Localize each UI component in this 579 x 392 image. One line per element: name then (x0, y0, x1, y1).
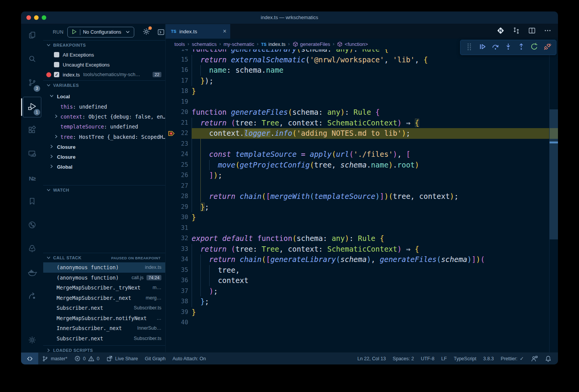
breakpoint-checkbox[interactable]: ✓ (54, 72, 59, 77)
step-into-button[interactable] (502, 41, 515, 54)
activity-remote-explorer[interactable] (21, 143, 43, 166)
frame-name: Subscriber.next (57, 335, 103, 342)
status-prettier[interactable]: Prettier:✓ (497, 353, 527, 364)
breadcrumb-separator: › (288, 41, 290, 47)
call-stack-frame[interactable]: InnerSubscriber._nextInnerSub… (43, 323, 165, 333)
close-tab-button[interactable]: × (223, 28, 226, 34)
configure-launch-button[interactable] (142, 28, 150, 37)
breakpoint-path: tools/schematics/my-sch… (83, 72, 140, 77)
open-changes-button[interactable] (512, 26, 520, 36)
status-remote-indicator[interactable] (21, 353, 38, 364)
status-ts-version[interactable]: 3.8.3 (480, 353, 498, 364)
code-line: 32export default function(schema: any): … (166, 233, 558, 244)
scope-closure[interactable]: Closure (43, 152, 165, 162)
watch-section-header[interactable]: WATCH (43, 185, 165, 195)
activity-bookmarks[interactable] (21, 190, 43, 214)
status-git-graph[interactable]: Git Graph (141, 353, 169, 364)
nx-format-button[interactable] (496, 26, 505, 36)
activity-test-explorer[interactable] (21, 237, 43, 261)
vscode-window: index.ts — wrkschematics 31N≥ RUN No Con… (21, 11, 558, 364)
breadcrumb-item[interactable]: my-schematic (224, 41, 254, 47)
breadcrumb-item[interactable]: schematics (192, 41, 216, 47)
breakpoints-section-header[interactable]: BREAKPOINTS (43, 40, 165, 50)
status-auto-attach[interactable]: Auto Attach: On (169, 353, 210, 364)
screenshot: index.ts — wrkschematics 31N≥ RUN No Con… (0, 0, 579, 392)
restart-button[interactable] (528, 41, 541, 54)
activity-docker[interactable] (21, 261, 43, 285)
step-over-button[interactable] (489, 41, 502, 54)
debug-console-button[interactable] (157, 28, 165, 36)
editor-scrollbar[interactable] (550, 109, 558, 239)
breadcrumb-item[interactable]: TSindex.ts (261, 41, 286, 47)
paused-status-label: PAUSED ON BREAKPOINT (111, 256, 165, 260)
activity-extensions[interactable] (21, 119, 43, 143)
tree-check-icon (28, 244, 37, 255)
status-eol[interactable]: LF (438, 353, 451, 364)
breakpoint-row[interactable]: ✓All Exceptions (43, 50, 165, 60)
call-stack-section-header[interactable]: CALL STACK PAUSED ON BREAKPOINT (43, 253, 165, 262)
call-stack-frame[interactable]: MergeMapSubscriber.notifyNext… (43, 313, 165, 324)
status-git-branch[interactable]: master* (38, 353, 71, 364)
call-stack-frame[interactable]: MergeMapSubscriber._tryNextm… (43, 283, 165, 293)
status-notifications[interactable] (542, 353, 555, 364)
activity-nx-console[interactable]: N≥ (21, 166, 43, 190)
activity-source-control[interactable]: 3 (21, 72, 43, 95)
breadcrumb-separator: › (220, 41, 221, 47)
activity-code-time[interactable] (21, 214, 43, 237)
breakpoint-hit-arrow-icon[interactable] (168, 130, 176, 137)
divider (80, 29, 80, 35)
call-stack-frame[interactable]: (anonymous function)index.ts (43, 262, 165, 273)
breakpoint-checkbox[interactable]: ✓ (54, 52, 59, 57)
scope-local[interactable]: Local (43, 91, 165, 101)
activity-deploy[interactable] (21, 285, 43, 309)
breakpoint-row[interactable]: ✓Uncaught Exceptions (43, 60, 165, 70)
breadcrumb-item[interactable]: generateFiles (293, 41, 330, 47)
step-out-button[interactable] (515, 41, 528, 54)
activity-run-and-debug[interactable]: 1 (21, 95, 43, 119)
status-problems[interactable]: 00 (71, 353, 103, 364)
split-icon (528, 26, 536, 36)
breadcrumb-item[interactable]: <function> (337, 41, 368, 47)
disconnect-button[interactable] (541, 41, 554, 54)
line-text: return (tree: Tree, context: SchematicCo… (192, 244, 419, 255)
remote-icon (26, 355, 34, 362)
variable-row[interactable]: templateSource: undefined (43, 122, 165, 132)
status-cursor-position[interactable]: Ln 22, Col 13 (354, 353, 389, 364)
continue-button[interactable] (476, 41, 489, 54)
call-stack-frame[interactable]: Subscriber.nextSubscriber.ts (43, 333, 165, 344)
scope-global[interactable]: Global (43, 162, 165, 172)
status-feedback[interactable] (527, 353, 542, 364)
call-stack-frame[interactable]: Subscriber.nextSubscriber.ts (43, 303, 165, 313)
variable-row[interactable]: this: undefined (43, 101, 165, 111)
code-editor[interactable]: 14function generateLibrary(schema: any):… (166, 44, 558, 328)
loaded-scripts-section-header[interactable]: LOADED SCRIPTS (43, 345, 165, 353)
chevron-right-icon (49, 164, 54, 170)
call-stack-frame[interactable]: MergeMapSubscriber._nextmerg… (43, 293, 165, 303)
breadcrumb-item[interactable]: tools (174, 41, 185, 47)
activity-explorer[interactable] (21, 24, 43, 48)
more-actions-button[interactable] (543, 26, 552, 36)
scope-closure[interactable]: Closure (43, 142, 165, 152)
variable-value: Object {debug: false, en… (88, 114, 166, 120)
launch-configuration-dropdown[interactable]: No Configurations (67, 27, 134, 37)
scrollbar-current-line-marker (550, 142, 558, 143)
variables-section-header[interactable]: VARIABLES (43, 80, 165, 90)
status-language-mode[interactable]: TypeScript (450, 353, 480, 364)
error-icon (74, 355, 81, 362)
drag-handle-button[interactable] (463, 41, 476, 54)
line-number: 30 (166, 212, 188, 223)
variable-row[interactable]: context: Object {debug: false, en… (43, 112, 165, 122)
status-encoding[interactable]: UTF-8 (417, 353, 438, 364)
line-number: 36 (166, 275, 188, 286)
call-stack-frame[interactable]: (anonymous function)call.js74:24 (43, 273, 165, 283)
split-editor-button[interactable] (528, 26, 536, 36)
variable-row[interactable]: tree: HostTree {_backend: ScopedH… (43, 132, 165, 142)
breakpoint-checkbox[interactable]: ✓ (54, 62, 59, 67)
tab-index-ts[interactable]: TS index.ts × (166, 24, 230, 39)
activity-search[interactable] (21, 48, 43, 72)
status-live-share[interactable]: Live Share (103, 353, 141, 364)
activity-manage[interactable] (21, 329, 43, 353)
symbol-cube-icon (337, 41, 343, 47)
status-indentation[interactable]: Spaces: 2 (389, 353, 418, 364)
breakpoint-row[interactable]: ✓index.tstools/schematics/my-sch…22 (43, 70, 165, 80)
